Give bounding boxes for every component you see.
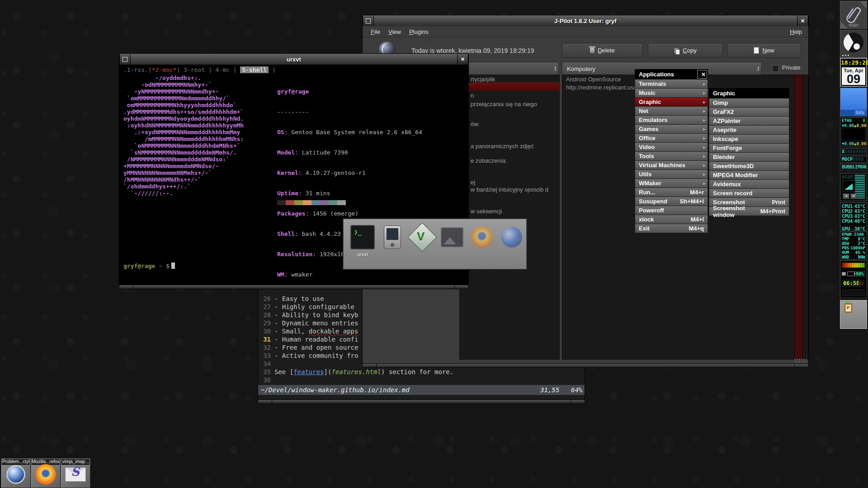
dock-dots — [842, 55, 849, 56]
menu-item-avidemux[interactable]: Avidemux — [709, 179, 789, 189]
menu-item-office[interactable]: Office▸ — [635, 133, 708, 143]
paperclip-icon — [844, 3, 864, 23]
vim-current-line: 31- Human readable confi — [258, 335, 358, 343]
menu-item-poweroff[interactable]: Poweroff — [635, 206, 708, 215]
dock-netload-monitor[interactable]: 04% — [840, 88, 867, 117]
panel-icon-browser[interactable] — [499, 225, 524, 250]
menu-item-games[interactable]: Games▸ — [635, 124, 708, 134]
close-button[interactable]: ✕ — [797, 16, 808, 26]
menu-plugins[interactable]: Plugins — [409, 28, 429, 35]
dock-wmnet-monitor[interactable]: ETH08 ▼0.00▲0.00 ▼0.00▲0.00 — [840, 117, 867, 146]
dock-mixer[interactable]: 8438 ◀ ▶ — [840, 173, 867, 201]
menu-item-exit[interactable]: ExitM4+q — [635, 224, 708, 233]
record-list-scrollbar[interactable] — [794, 75, 803, 360]
menu-item-screenshot-window[interactable]: Screenshot windowM4+Print — [709, 206, 789, 216]
memo-list[interactable]: rtycja/plik n przełączania się na niego … — [459, 75, 560, 360]
gentoo-ascii-art: -/oyddmdhs+:. -odNMMMMMMMMNNmhy+-` -yNMM… — [123, 75, 244, 197]
menu-item-run[interactable]: Run...M4+r — [635, 188, 708, 197]
dock-weather-monitor[interactable]: EPWR 2300 TMP8°C DEW2°C PRS1009hP HUM65 … — [840, 231, 867, 259]
miniaturize-button[interactable] — [363, 16, 374, 26]
submenu-arrow-icon: ▸ — [703, 100, 705, 104]
delete-button[interactable]: Delete — [562, 43, 643, 58]
features-link[interactable]: features — [293, 368, 324, 375]
vim-resizebar[interactable] — [258, 399, 585, 404]
menu-item-mpeg4-modifier[interactable]: MPEG4 Modifier — [709, 170, 789, 180]
dock-temperature-monitor[interactable]: CPU143°C CPU243°C CPU343°C CPU440°C GPU3… — [840, 202, 867, 230]
memo-row[interactable]: a panoramicznych zdjęć — [471, 143, 533, 150]
copy-button[interactable]: Copy — [648, 43, 723, 58]
menu-item-video[interactable]: Video▸ — [635, 142, 708, 152]
menu-item-virtual-machines[interactable]: Virtual Machines▸ — [635, 160, 708, 170]
dock-lcd-x[interactable]: X88888888 — [840, 148, 867, 155]
panel-icon-image[interactable] — [439, 225, 465, 250]
menu-item-aseprite[interactable]: Aseprite — [709, 125, 789, 135]
urxvt-titlebar[interactable]: urxvt ✕ — [119, 54, 468, 65]
wmnet-graph — [842, 128, 865, 141]
menu-item-emulators[interactable]: Emulators▸ — [635, 115, 708, 125]
memo-row-selected[interactable] — [460, 82, 559, 91]
private-checkbox[interactable] — [772, 65, 779, 72]
minimized-window-problem[interactable]: Problem...ctyl — [1, 458, 31, 488]
memo-row[interactable]: e zobaczenia: — [471, 157, 507, 164]
menu-item-wmaker[interactable]: WMaker▸ — [635, 178, 708, 188]
menu-item-blender[interactable]: Blender — [709, 152, 789, 162]
menu-item-tools[interactable]: Tools▸ — [635, 151, 708, 161]
menu-item-utils[interactable]: Utils▸ — [635, 169, 708, 179]
memo-row[interactable]: w sekwencji — [471, 208, 502, 215]
jpilot-titlebar[interactable]: J-Pilot 1.8.2 User: gryf ✕ — [363, 15, 808, 26]
panel-icon-palm[interactable] — [380, 225, 405, 250]
panel-icon-vim[interactable]: V — [410, 225, 435, 250]
menu-item-sweethome3d[interactable]: SweetHome3D — [709, 161, 789, 171]
minimized-window-firefox[interactable]: Mozilla...refox — [31, 458, 61, 488]
menu-item-azpainter[interactable]: AZPainter — [709, 116, 789, 126]
menu-item-screen-record[interactable]: Screen record — [709, 188, 789, 198]
dock-lcd-mocp[interactable]: MOCP8888 — [840, 156, 867, 163]
palm-pda-icon — [384, 225, 401, 249]
miniaturize-button[interactable] — [119, 54, 131, 65]
resize-grip[interactable] — [794, 358, 807, 363]
panel-icon-urxvt[interactable] — [350, 225, 375, 250]
minimized-label: vimja_imap... — [61, 459, 90, 465]
menu-item-gimp[interactable]: Gimp — [709, 98, 789, 108]
mixer-next-button[interactable]: ▶ — [850, 193, 857, 199]
panel-icon-firefox[interactable] — [469, 225, 495, 250]
minimized-window-mail[interactable]: vimja_imap... — [61, 458, 90, 488]
memo-row[interactable]: n — [471, 92, 474, 99]
menu-item-fontforge[interactable]: FontForge — [709, 143, 789, 153]
dock-jpilot-app[interactable] — [840, 300, 867, 329]
menu-item-inkscape[interactable]: Inkscape — [709, 134, 789, 144]
dock-lcd-bubblemon[interactable]: BUBBLEMON — [840, 164, 867, 170]
dock-clock[interactable]: 18:29:20 Tue, Apr 09 — [840, 58, 867, 87]
dock-battery-monitor[interactable]: 90% 06:58 B8 — [840, 260, 867, 298]
menu-item-music[interactable]: Music▸ — [635, 88, 708, 98]
menu-file[interactable]: File — [371, 28, 380, 35]
memo-category-combo[interactable]: ▴▾ — [459, 62, 559, 75]
memo-row[interactable]: rtycja/plik — [471, 76, 495, 83]
menu-item-grafx2[interactable]: GraFX2 — [709, 107, 789, 117]
applications-menu-title[interactable]: Applications ✕ — [635, 69, 708, 80]
today-date-text: Today is wtorek, kwietnia 09, 2019 18:29… — [411, 47, 534, 54]
menu-help[interactable]: Help — [790, 28, 802, 35]
dock-clip[interactable]: main — [840, 1, 867, 29]
submenu-arrow-icon: ▸ — [703, 172, 705, 177]
clock-time: 18:29:20 — [841, 59, 866, 66]
memo-row[interactable]: ów: — [471, 121, 480, 127]
memo-row[interactable]: ej — [471, 179, 475, 186]
mixer-prev-button[interactable]: ◀ — [843, 193, 849, 199]
close-button[interactable]: ✕ — [457, 54, 468, 65]
menu-close-button[interactable]: ✕ — [697, 70, 707, 79]
menu-item-graphic[interactable]: Graphic▸ — [635, 97, 708, 107]
dock-button-app[interactable] — [840, 30, 867, 58]
new-button[interactable]: New — [727, 43, 801, 58]
menu-item-terminals[interactable]: Terminals▸ — [635, 79, 708, 89]
menu-view[interactable]: View — [388, 28, 401, 35]
jpilot-resizebar[interactable] — [363, 363, 808, 367]
menu-item-xlock[interactable]: xlockM4+l — [635, 215, 708, 224]
menu-item-suspend[interactable]: SusupendSh+M4+l — [635, 197, 708, 206]
memo-row[interactable]: przełączania się na niego — [471, 101, 537, 108]
vim-line: 33- Active community fro — [258, 352, 358, 360]
minimized-label: Problem...ctyl — [1, 459, 30, 465]
memo-row[interactable]: w bardziej intuicyjny sposób d — [471, 186, 548, 193]
menu-item-net[interactable]: Net▸ — [635, 106, 708, 116]
urxvt-resizebar[interactable] — [119, 285, 468, 289]
